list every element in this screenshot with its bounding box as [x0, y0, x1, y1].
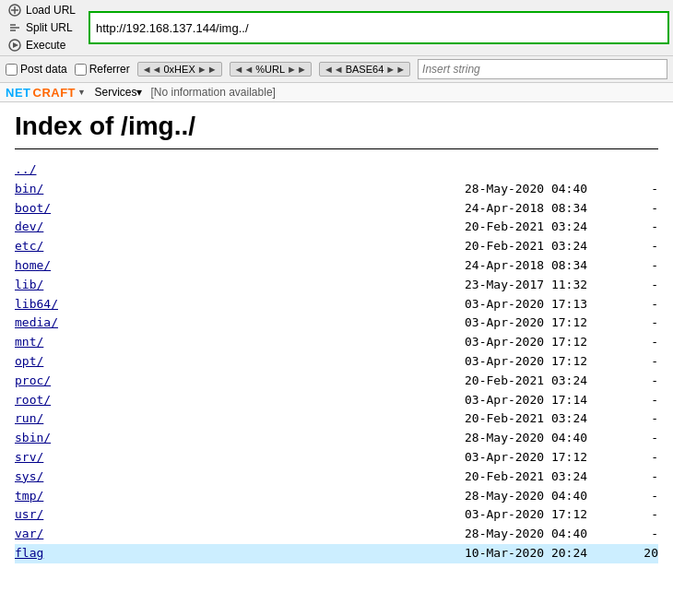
- file-date: 20-Feb-2021 03:24: [465, 372, 612, 391]
- file-date: 23-May-2017 11:32: [465, 276, 612, 295]
- base64-button[interactable]: ◄◄ BASE64 ►►: [319, 62, 410, 77]
- url-input[interactable]: [89, 11, 669, 44]
- load-url-button[interactable]: Load URL: [4, 2, 87, 18]
- file-size: -: [612, 429, 658, 448]
- file-link[interactable]: home/: [15, 256, 107, 276]
- referrer-checkbox[interactable]: [75, 64, 87, 76]
- toolbar-row1: Load URL Split URL Execute: [0, 0, 673, 56]
- file-link[interactable]: bin/: [15, 180, 107, 199]
- file-size: -: [612, 372, 658, 391]
- base64-label: BASE64: [346, 64, 384, 75]
- file-link[interactable]: lib64/: [15, 295, 107, 314]
- file-date: 20-Feb-2021 03:24: [465, 409, 612, 429]
- file-date: 20-Feb-2021 03:24: [465, 237, 612, 256]
- post-data-label: Post data: [20, 63, 67, 76]
- file-link[interactable]: opt/: [15, 352, 107, 372]
- list-item: lib64/03-Apr-2020 17:13-: [15, 295, 658, 314]
- file-size: -: [612, 409, 658, 429]
- content-divider: [15, 148, 658, 149]
- execute-label: Execute: [26, 39, 65, 52]
- file-link[interactable]: media/: [15, 314, 107, 333]
- file-size: -: [612, 180, 658, 199]
- list-item: root/03-Apr-2020 17:14-: [15, 391, 658, 410]
- file-link[interactable]: usr/: [15, 505, 107, 525]
- file-date: 28-May-2020 04:40: [465, 429, 612, 448]
- file-link[interactable]: lib/: [15, 276, 107, 295]
- list-item: mnt/03-Apr-2020 17:12-: [15, 333, 658, 352]
- list-item: usr/03-Apr-2020 17:12-: [15, 505, 658, 525]
- file-link[interactable]: dev/: [15, 218, 107, 237]
- list-item: run/20-Feb-2021 03:24-: [15, 409, 658, 429]
- referrer-label: Referrer: [89, 63, 130, 76]
- toolbar-row3: Netcraft ▼ Services▾ [No information ava…: [0, 83, 673, 102]
- file-link[interactable]: run/: [15, 409, 107, 429]
- split-url-label: Split URL: [26, 21, 73, 34]
- file-date: 03-Apr-2020 17:12: [465, 448, 612, 468]
- file-size: -: [612, 218, 658, 237]
- file-link[interactable]: srv/: [15, 448, 107, 468]
- list-item: var/28-May-2020 04:40-: [15, 525, 658, 544]
- file-link[interactable]: sbin/: [15, 429, 107, 448]
- file-date: 03-Apr-2020 17:12: [465, 333, 612, 352]
- file-size: -: [612, 505, 658, 525]
- services-label: Services▾: [94, 86, 142, 99]
- file-date: 20-Feb-2021 03:24: [465, 468, 612, 487]
- file-link[interactable]: etc/: [15, 237, 107, 256]
- post-data-checkbox-label[interactable]: Post data: [6, 63, 67, 76]
- list-item: srv/03-Apr-2020 17:12-: [15, 448, 658, 468]
- list-item: home/24-Apr-2018 08:34-: [15, 256, 658, 276]
- file-link[interactable]: mnt/: [15, 333, 107, 352]
- percent-url-label: %URL: [255, 64, 285, 75]
- file-size: -: [612, 468, 658, 487]
- file-date: 03-Apr-2020 17:12: [465, 314, 612, 333]
- services-button[interactable]: Services▾: [91, 85, 145, 100]
- file-date: 03-Apr-2020 17:12: [465, 505, 612, 525]
- list-item: media/03-Apr-2020 17:12-: [15, 314, 658, 333]
- file-link[interactable]: flag: [15, 544, 107, 563]
- load-url-icon: [7, 3, 22, 18]
- load-url-label: Load URL: [26, 4, 76, 17]
- file-size: 20: [612, 544, 658, 563]
- file-date: 28-May-2020 04:40: [465, 180, 612, 199]
- list-item: boot/24-Apr-2018 08:34-: [15, 199, 658, 219]
- file-link[interactable]: root/: [15, 391, 107, 410]
- file-date: 03-Apr-2020 17:14: [465, 391, 612, 410]
- percent-arrow-right-icon: ►►: [287, 64, 307, 75]
- file-link[interactable]: boot/: [15, 199, 107, 219]
- percent-arrow-left-icon: ◄◄: [234, 64, 254, 75]
- file-size: -: [612, 256, 658, 276]
- post-data-checkbox[interactable]: [6, 64, 18, 76]
- file-date: 24-Apr-2018 08:34: [465, 256, 612, 276]
- file-size: -: [612, 448, 658, 468]
- hex-label: 0xHEX: [164, 64, 195, 75]
- file-link[interactable]: tmp/: [15, 487, 107, 506]
- execute-button[interactable]: Execute: [4, 37, 87, 53]
- hex-arrow-left-icon: ◄◄: [142, 64, 162, 75]
- file-size: -: [612, 487, 658, 506]
- file-link[interactable]: proc/: [15, 372, 107, 391]
- list-item: bin/28-May-2020 04:40-: [15, 180, 658, 199]
- referrer-checkbox-label[interactable]: Referrer: [75, 63, 130, 76]
- file-date: 28-May-2020 04:40: [465, 525, 612, 544]
- insert-string-input[interactable]: [418, 59, 667, 79]
- file-link[interactable]: sys/: [15, 468, 107, 487]
- list-item: proc/20-Feb-2021 03:24-: [15, 372, 658, 391]
- toolbar-actions: Load URL Split URL Execute: [4, 2, 87, 53]
- file-link[interactable]: ../: [15, 160, 107, 180]
- base64-arrow-right-icon: ►►: [385, 64, 406, 75]
- main-content: Index of /img../ ../bin/28-May-2020 04:4…: [0, 102, 673, 573]
- file-size: -: [612, 314, 658, 333]
- percent-url-button[interactable]: ◄◄ %URL ►►: [230, 62, 312, 77]
- netcraft-logo[interactable]: Netcraft ▼: [6, 86, 86, 100]
- list-item: sys/20-Feb-2021 03:24-: [15, 468, 658, 487]
- file-size: -: [612, 391, 658, 410]
- file-size: -: [612, 352, 658, 372]
- hex-encode-button[interactable]: ◄◄ 0xHEX ►►: [137, 62, 222, 77]
- list-item: etc/20-Feb-2021 03:24-: [15, 237, 658, 256]
- split-url-button[interactable]: Split URL: [4, 19, 87, 36]
- file-link[interactable]: var/: [15, 525, 107, 544]
- list-item: flag10-Mar-2020 20:2420: [15, 544, 658, 563]
- file-size: -: [612, 525, 658, 544]
- list-item: tmp/28-May-2020 04:40-: [15, 487, 658, 506]
- file-size: -: [612, 333, 658, 352]
